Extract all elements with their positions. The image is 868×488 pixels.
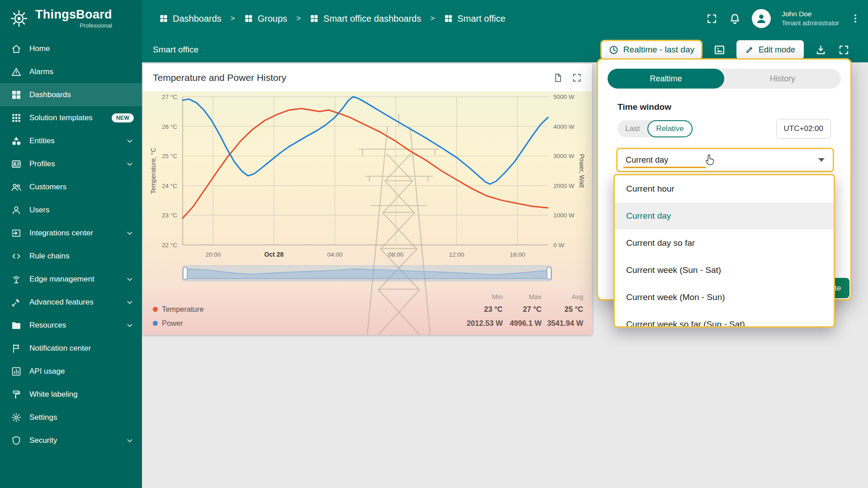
sidebar-item-label: Entities bbox=[29, 136, 117, 145]
sidebar-item-label: Notification center bbox=[29, 344, 135, 353]
breadcrumb-item-smart-office-dashboards[interactable]: Smart office dashboards bbox=[310, 14, 421, 24]
construction-icon bbox=[11, 297, 22, 308]
sidebar-item-alarms[interactable]: Alarms bbox=[0, 60, 142, 83]
svg-text:Temperature, °C: Temperature, °C bbox=[150, 148, 157, 194]
dropdown-option-current-hour[interactable]: Current hour bbox=[615, 175, 834, 202]
breadcrumb-label: Groups bbox=[258, 14, 288, 24]
legend-header: Min bbox=[464, 293, 503, 300]
input-underline bbox=[623, 167, 706, 168]
sidebar-item-resources[interactable]: Resources bbox=[0, 314, 142, 337]
breadcrumb-separator: > bbox=[430, 14, 435, 23]
legend-header: Max bbox=[503, 293, 542, 300]
dropdown-option-current-day-so-far[interactable]: Current day so far bbox=[615, 230, 834, 257]
dropdown-option-current-week-sun-sat[interactable]: Current week (Sun - Sat) bbox=[615, 257, 834, 284]
edit-mode-button[interactable]: Edit mode bbox=[736, 40, 804, 59]
timewindow-button-label: Realtime - last day bbox=[623, 45, 694, 55]
interval-select[interactable]: Current day bbox=[616, 148, 834, 172]
chevron-icon bbox=[125, 159, 135, 169]
tab-realtime[interactable]: Realtime bbox=[608, 69, 724, 89]
sidebar-item-solution-templates[interactable]: Solution templatesNEW bbox=[0, 106, 142, 129]
pencil-icon bbox=[745, 45, 754, 54]
sidebar-item-users[interactable]: Users bbox=[0, 198, 142, 221]
sidebar-item-dashboards[interactable]: Dashboards bbox=[0, 83, 142, 106]
legend-value: 3541.94 W bbox=[542, 319, 583, 328]
app-logo[interactable]: ThingsBoard Professional bbox=[0, 0, 142, 37]
legend-series-temperature[interactable]: Temperature bbox=[153, 305, 464, 314]
sidebar-item-settings[interactable]: Settings bbox=[0, 406, 142, 429]
download-icon[interactable] bbox=[815, 44, 827, 56]
breadcrumb-item-dashboards[interactable]: Dashboards bbox=[159, 14, 222, 24]
sidebar-item-profiles[interactable]: Profiles bbox=[0, 152, 142, 175]
svg-text:24 °C: 24 °C bbox=[162, 183, 177, 189]
code-icon bbox=[11, 251, 22, 262]
dropdown-option-current-day[interactable]: Current day bbox=[615, 202, 834, 230]
sidebar-item-edge-management[interactable]: Edge management bbox=[0, 267, 142, 291]
warning-icon bbox=[11, 66, 22, 77]
timezone-button[interactable]: UTC+02:00 bbox=[776, 119, 831, 139]
user-name: John Doe bbox=[782, 9, 839, 19]
input-icon bbox=[11, 228, 22, 239]
legend-header: Avg bbox=[542, 293, 583, 300]
svg-text:26 °C: 26 °C bbox=[162, 123, 177, 130]
breadcrumb-item-groups[interactable]: Groups bbox=[244, 14, 288, 24]
timewindow-tabs: RealtimeHistory bbox=[608, 69, 841, 89]
grid-icon bbox=[244, 14, 253, 23]
folder-icon bbox=[11, 320, 22, 331]
expand-widget-icon[interactable] bbox=[571, 72, 582, 83]
chevron-icon bbox=[125, 228, 135, 238]
slider-handle-right[interactable] bbox=[547, 267, 551, 279]
chevron-icon bbox=[125, 274, 135, 284]
legend-series-power[interactable]: Power bbox=[153, 319, 464, 328]
sidebar-item-label: Solution templates bbox=[29, 113, 104, 122]
sidebar-item-entities[interactable]: Entities bbox=[0, 129, 142, 152]
sidebar-item-label: Alarms bbox=[29, 67, 135, 76]
breadcrumb-label: Dashboards bbox=[173, 14, 222, 24]
svg-text:5000 W: 5000 W bbox=[553, 94, 575, 100]
home-icon bbox=[11, 43, 22, 54]
brand-edition: Professional bbox=[35, 22, 112, 29]
sidebar-item-white-labeling[interactable]: White labeling bbox=[0, 383, 142, 406]
notifications-bell-icon[interactable] bbox=[729, 13, 741, 25]
svg-text:0 W: 0 W bbox=[553, 242, 564, 249]
user-avatar[interactable] bbox=[752, 9, 771, 28]
timewindow-mode-row: LastRelative UTC+02:00 bbox=[618, 119, 831, 139]
sidebar-item-customers[interactable]: Customers bbox=[0, 175, 142, 198]
grid-icon bbox=[310, 14, 319, 23]
export-file-icon[interactable] bbox=[552, 72, 563, 83]
more-vert-icon[interactable] bbox=[850, 13, 861, 24]
sidebar-item-advanced-features[interactable]: Advanced features bbox=[0, 291, 142, 314]
sidebar-item-integrations-center[interactable]: Integrations center bbox=[0, 221, 142, 244]
sidebar-item-rule-chains[interactable]: Rule chains bbox=[0, 244, 142, 267]
sidebar-item-label: Advanced features bbox=[29, 298, 117, 307]
breadcrumb-label: Smart office dashboards bbox=[323, 14, 421, 24]
background-image-icon[interactable] bbox=[713, 44, 726, 56]
fullscreen-icon[interactable] bbox=[706, 13, 718, 25]
tab-history[interactable]: History bbox=[724, 69, 841, 89]
brand-name: ThingsBoard bbox=[35, 9, 112, 21]
legend-color-dot bbox=[153, 307, 158, 312]
dropdown-option-current-week-so-far-sun-sat[interactable]: Current week so far (Sun - Sat) bbox=[615, 311, 834, 328]
widget-body: 27 °C5000 W26 °C4000 W25 °C3000 W24 °C20… bbox=[143, 91, 592, 335]
new-badge: NEW bbox=[112, 113, 134, 122]
legend-value: 27 °C bbox=[503, 305, 542, 314]
dropdown-option-current-week-mon-sun[interactable]: Current week (Mon - Sun) bbox=[615, 284, 834, 311]
sidebar-item-api-usage[interactable]: API usage bbox=[0, 360, 142, 383]
timewindow-button[interactable]: Realtime - last day bbox=[600, 40, 703, 60]
legend-row: Power2012.53 W4996.1 W3541.94 W bbox=[153, 316, 583, 330]
sidebar-item-security[interactable]: Security bbox=[0, 429, 142, 452]
sidebar-item-label: Resources bbox=[29, 321, 117, 330]
slider-handle-left[interactable] bbox=[183, 267, 187, 279]
apps-icon bbox=[11, 113, 22, 123]
svg-text:04:00: 04:00 bbox=[327, 251, 343, 258]
expand-dashboard-icon[interactable] bbox=[838, 44, 850, 56]
user-info: John Doe Tenant administrator bbox=[782, 9, 839, 28]
toggle-option-relative[interactable]: Relative bbox=[647, 120, 692, 137]
breadcrumb-item-smart-office[interactable]: Smart office bbox=[444, 14, 505, 24]
sidebar-item-notification-center[interactable]: Notification center bbox=[0, 337, 142, 360]
toggle-option-last[interactable]: Last bbox=[618, 120, 647, 137]
legend-color-dot bbox=[153, 321, 158, 326]
sidebar-item-home[interactable]: Home bbox=[0, 37, 142, 60]
legend-header-row: MinMaxAvg bbox=[153, 291, 583, 302]
series-line-temperature bbox=[183, 108, 548, 218]
legend-value: 4996.1 W bbox=[503, 319, 542, 328]
